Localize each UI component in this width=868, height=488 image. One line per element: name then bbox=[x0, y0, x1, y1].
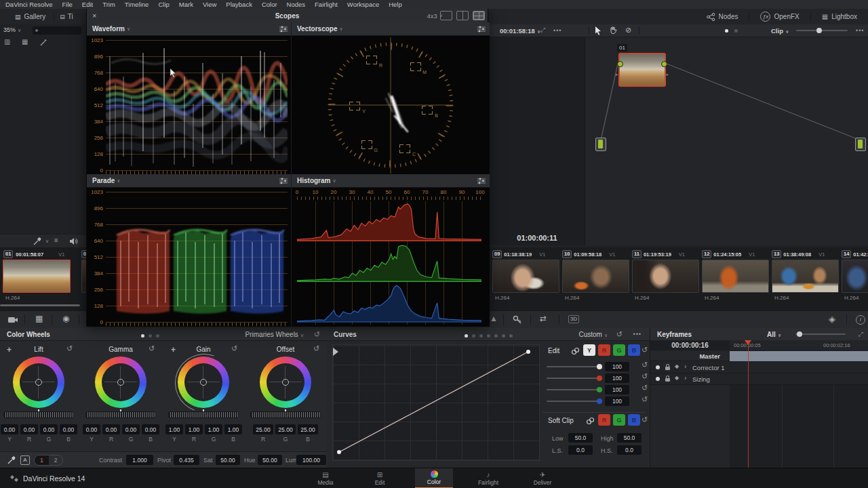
eyedropper-icon[interactable] bbox=[33, 237, 41, 246]
gamma-reset-icon[interactable]: ↺ bbox=[149, 344, 155, 353]
menu-item-playback[interactable]: Playback bbox=[226, 1, 252, 8]
offset-r-value[interactable]: 25.00 bbox=[253, 424, 273, 434]
offset-wheel[interactable] bbox=[260, 357, 311, 408]
node-page-dot-active[interactable] bbox=[725, 29, 728, 33]
chevron-down-icon[interactable]: ∨ bbox=[45, 239, 49, 244]
chevron-down-icon[interactable]: ∨ bbox=[117, 178, 120, 184]
layout-single-icon[interactable] bbox=[440, 11, 452, 20]
parade-settings-icon[interactable] bbox=[279, 178, 288, 184]
auto-color-icon[interactable]: A bbox=[20, 455, 30, 465]
playhead-line[interactable] bbox=[748, 340, 749, 468]
eyedropper-icon[interactable] bbox=[7, 456, 16, 465]
slider-handle[interactable] bbox=[597, 387, 602, 392]
page-tab-media[interactable]: ▤ Media bbox=[307, 468, 344, 488]
node-zoom-slider[interactable] bbox=[796, 30, 848, 31]
gallery-zoom-select[interactable]: 35%∨ bbox=[3, 26, 21, 33]
g-gain-slider[interactable] bbox=[547, 389, 599, 390]
page-dot[interactable] bbox=[149, 334, 152, 338]
node-mode-select[interactable]: Clip∨ bbox=[771, 27, 789, 35]
chevron-down-icon[interactable]: ∨ bbox=[339, 26, 342, 32]
edit-reset-icon[interactable]: ↺ bbox=[642, 346, 648, 354]
curve-graph[interactable] bbox=[332, 344, 540, 461]
keyframes-ruler[interactable]: 00:00:00:05 00:00:02:16 bbox=[730, 340, 868, 351]
high-value[interactable]: 50.0 bbox=[617, 433, 642, 443]
lift-y-value[interactable]: 0.00 bbox=[1, 424, 18, 434]
keyframes-track-area[interactable] bbox=[730, 385, 868, 468]
menu-item-trim[interactable]: Trim bbox=[102, 1, 115, 8]
page-dot[interactable] bbox=[502, 334, 505, 338]
gamma-g-value[interactable]: 0.00 bbox=[122, 424, 140, 434]
clip-thumbnail[interactable] bbox=[632, 260, 699, 293]
keyframes-zoom-slider[interactable] bbox=[795, 333, 846, 335]
curves-mode-select[interactable]: Custom∨ bbox=[578, 331, 608, 338]
grid-view-icon[interactable]: ▦ bbox=[22, 38, 28, 45]
soft-clip-g-button[interactable]: G bbox=[613, 414, 625, 426]
r-gain-value[interactable]: 100 bbox=[605, 373, 629, 383]
gain-g-value[interactable]: 1.00 bbox=[205, 424, 222, 434]
page-dot-active[interactable] bbox=[465, 334, 468, 338]
image-flip-icon[interactable]: ⇄ bbox=[540, 314, 547, 323]
node-options-icon[interactable]: ••• bbox=[856, 27, 864, 34]
stills-view-icon[interactable]: ▥ bbox=[4, 38, 10, 45]
node-input-port[interactable] bbox=[617, 61, 623, 67]
menu-item-color[interactable]: Color bbox=[262, 1, 277, 8]
expand-caret-icon[interactable]: › bbox=[684, 363, 686, 370]
clip-thumbnail[interactable] bbox=[772, 260, 839, 293]
lift-picker-icon[interactable]: + bbox=[7, 345, 12, 354]
gamma-b-value[interactable]: 0.00 bbox=[142, 424, 159, 434]
menu-item-fairlight[interactable]: Fairlight bbox=[315, 1, 338, 8]
page-tab-deliver[interactable]: ✈ Deliver bbox=[524, 468, 561, 488]
histogram-settings-icon[interactable] bbox=[477, 178, 486, 184]
page-dot[interactable] bbox=[479, 334, 483, 338]
lift-wheel[interactable] bbox=[13, 357, 64, 408]
gain-reset-icon[interactable]: ↺ bbox=[231, 344, 237, 353]
page-tab-color[interactable]: Color bbox=[415, 468, 453, 488]
lock-icon[interactable] bbox=[665, 367, 670, 370]
menu-item-nodes[interactable]: Nodes bbox=[287, 1, 305, 8]
gain-wheel-handle[interactable] bbox=[200, 379, 207, 386]
timeline-button[interactable]: ⊟ Ti bbox=[60, 13, 73, 20]
corrector-node[interactable]: ▸ ▸ bbox=[618, 53, 666, 87]
keyframe-diamond-icon[interactable]: ◆ bbox=[675, 375, 679, 381]
clip-thumbnail[interactable] bbox=[702, 260, 769, 293]
track-sizing-row[interactable]: ◆ › Sizing bbox=[650, 373, 868, 385]
gamma-r-value[interactable]: 0.00 bbox=[102, 424, 120, 434]
lum-mix-value[interactable]: 100.00 bbox=[296, 455, 326, 465]
gain-r-value[interactable]: 1.00 bbox=[185, 424, 203, 434]
link-channels-icon[interactable] bbox=[571, 347, 580, 355]
clip-thumbnail-selected[interactable] bbox=[3, 260, 71, 293]
node-page-dot[interactable] bbox=[734, 29, 738, 33]
wheels-reset-icon[interactable]: ↺ bbox=[314, 330, 320, 339]
slider-handle[interactable] bbox=[597, 375, 602, 381]
chevron-down-icon[interactable]: ∨ bbox=[127, 26, 130, 32]
tracker-icon[interactable]: ▲ bbox=[490, 314, 498, 323]
clip-thumbnail[interactable] bbox=[492, 260, 559, 293]
page-dot[interactable] bbox=[487, 334, 490, 338]
expand-viewer-icon[interactable]: ⤢ bbox=[540, 26, 545, 34]
lift-master-slider[interactable] bbox=[3, 411, 74, 418]
lift-b-value[interactable]: 0.00 bbox=[60, 424, 77, 434]
menu-item-timeline[interactable]: Timeline bbox=[125, 1, 149, 8]
contrast-value[interactable]: 1.000 bbox=[126, 455, 153, 465]
keyframe-diamond-icon[interactable]: ◆ bbox=[675, 363, 679, 369]
page-dot[interactable] bbox=[156, 334, 159, 338]
menu-item-mark[interactable]: Mark bbox=[179, 1, 193, 8]
track-master-label-cell[interactable]: Master bbox=[650, 351, 730, 361]
menu-item-workspace[interactable]: Workspace bbox=[347, 1, 379, 8]
openfx-toggle-button[interactable]: ƒx OpenFX bbox=[749, 9, 810, 24]
r-reset-icon[interactable]: ↺ bbox=[642, 372, 648, 381]
curves-reset-icon[interactable]: ↺ bbox=[616, 330, 623, 339]
offset-reset-icon[interactable]: ↺ bbox=[313, 344, 319, 353]
lift-g-value[interactable]: 0.00 bbox=[40, 424, 58, 434]
low-soft-value[interactable]: 0.0 bbox=[568, 445, 593, 455]
info-icon[interactable]: i bbox=[856, 315, 865, 325]
hand-tool-icon[interactable] bbox=[609, 26, 617, 35]
gain-b-value[interactable]: 1.00 bbox=[224, 424, 242, 434]
menu-item-app[interactable]: DaVinci Resolve bbox=[5, 1, 53, 8]
camera-raw-icon[interactable] bbox=[8, 316, 18, 323]
y-gain-slider[interactable] bbox=[547, 366, 599, 367]
keyer-icon[interactable] bbox=[513, 315, 522, 325]
curves-channel-g-button[interactable]: G bbox=[613, 344, 625, 356]
offset-master-slider[interactable] bbox=[250, 411, 321, 418]
bypass-grades-icon[interactable]: ⊘ bbox=[625, 26, 631, 35]
